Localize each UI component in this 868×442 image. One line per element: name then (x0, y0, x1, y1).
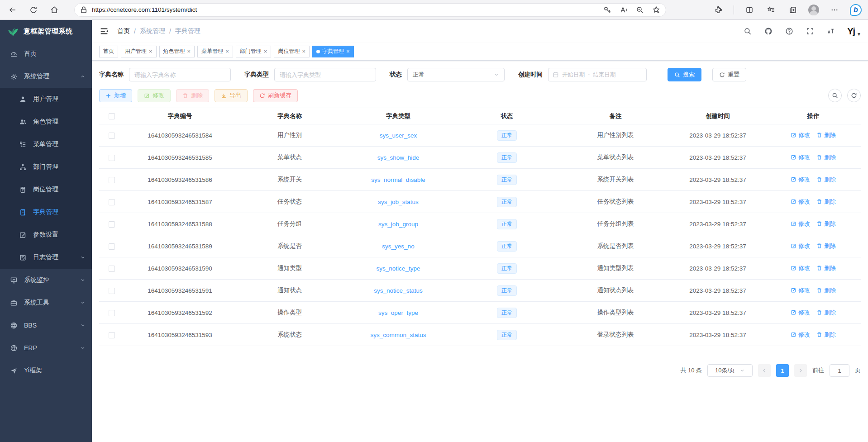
edit-link[interactable]: 修改 (791, 331, 810, 339)
edit-link[interactable]: 修改 (791, 264, 810, 272)
search-button[interactable]: 搜索 (668, 68, 701, 81)
dict-type-link[interactable]: sys_job_group (378, 221, 418, 228)
breadcrumb-home[interactable]: 首页 (117, 27, 130, 35)
page-size-select[interactable]: 10条/页 (707, 364, 753, 377)
dict-type-link[interactable]: sys_common_status (370, 332, 426, 338)
edit-button[interactable]: 修改 (138, 89, 171, 102)
dict-type-link[interactable]: sys_yes_no (382, 243, 414, 250)
row-checkbox[interactable] (109, 133, 115, 139)
sidebar-item-system-management[interactable]: 系统管理 (0, 65, 92, 88)
row-checkbox[interactable] (109, 266, 115, 272)
sidebar-item-erp[interactable]: ERP (0, 337, 92, 359)
tab-user[interactable]: 用户管理× (121, 46, 157, 57)
goto-page-input[interactable] (830, 364, 849, 377)
export-button[interactable]: 导出 (215, 89, 248, 102)
sidebar-item-dict-management[interactable]: 字典管理 (0, 201, 92, 223)
user-logo-avatar[interactable]: Yj▼ (847, 26, 861, 37)
select-all-checkbox[interactable] (109, 113, 115, 119)
address-bar[interactable]: https://ccnetcore.com:1101/system/dict (74, 3, 666, 17)
sidebar-item-log-management[interactable]: 日志管理 (0, 246, 92, 269)
edit-link[interactable]: 修改 (791, 286, 810, 295)
sidebar-item-system-monitor[interactable]: 系统监控 (0, 269, 92, 291)
dict-type-link[interactable]: sys_oper_type (378, 309, 418, 316)
url-text[interactable]: https://ccnetcore.com:1101/system/dict (92, 6, 599, 13)
delete-link[interactable]: 删除 (816, 153, 836, 162)
sidebar-item-yi-framework[interactable]: Yi框架 (0, 359, 92, 382)
github-icon[interactable] (764, 27, 773, 36)
favorites-icon[interactable] (765, 4, 777, 16)
edit-link[interactable]: 修改 (791, 309, 810, 317)
row-checkbox[interactable] (109, 243, 115, 250)
dict-type-link[interactable]: sys_job_status (378, 199, 418, 205)
delete-link[interactable]: 删除 (816, 242, 836, 250)
browser-menu-icon[interactable] (828, 4, 841, 16)
edit-link[interactable]: 修改 (791, 176, 810, 184)
extensions-icon[interactable] (712, 4, 725, 16)
refresh-table-button[interactable] (847, 89, 861, 102)
row-checkbox[interactable] (109, 332, 115, 338)
next-page-button[interactable] (794, 364, 807, 377)
read-aloud-icon[interactable] (619, 4, 629, 16)
dict-type-link[interactable]: sys_notice_status (374, 287, 422, 294)
bing-chat-icon[interactable]: b (850, 4, 862, 16)
collections-icon[interactable] (787, 4, 799, 16)
close-icon[interactable]: × (149, 48, 153, 54)
fullscreen-icon[interactable] (806, 27, 815, 36)
dict-type-link[interactable]: sys_user_sex (380, 132, 417, 139)
header-search-icon[interactable] (743, 27, 752, 36)
date-range-picker[interactable]: 开始日期 - 结束日期 (548, 68, 647, 81)
edit-link[interactable]: 修改 (791, 153, 810, 162)
row-checkbox[interactable] (109, 221, 115, 228)
add-favorite-icon[interactable] (651, 4, 661, 16)
delete-link[interactable]: 删除 (816, 220, 836, 228)
edit-link[interactable]: 修改 (791, 220, 810, 228)
dict-type-link[interactable]: sys_show_hide (377, 154, 419, 161)
sidebar-item-dept-management[interactable]: 部门管理 (0, 156, 92, 178)
help-icon[interactable] (785, 27, 794, 36)
delete-link[interactable]: 删除 (816, 309, 836, 317)
sidebar-item-user-management[interactable]: 用户管理 (0, 88, 92, 110)
close-icon[interactable]: × (187, 48, 191, 54)
edit-link[interactable]: 修改 (791, 131, 810, 139)
sidebar-item-param-settings[interactable]: 参数设置 (0, 223, 92, 246)
browser-profile-avatar[interactable] (808, 5, 819, 15)
sidebar-item-home[interactable]: 首页 (0, 43, 92, 65)
row-checkbox[interactable] (109, 177, 115, 183)
toggle-search-button[interactable] (828, 89, 842, 102)
lock-icon[interactable] (79, 4, 88, 16)
sidebar-item-bbs[interactable]: BBS (0, 314, 92, 337)
delete-link[interactable]: 删除 (816, 264, 836, 272)
add-button[interactable]: 新增 (99, 89, 132, 102)
close-icon[interactable]: × (302, 48, 305, 54)
tab-role[interactable]: 角色管理× (159, 46, 195, 57)
password-key-icon[interactable] (602, 4, 612, 16)
dict-type-input[interactable] (274, 68, 376, 81)
delete-link[interactable]: 删除 (816, 198, 836, 206)
tab-dict[interactable]: 字典管理× (312, 46, 354, 57)
delete-link[interactable]: 删除 (816, 286, 836, 295)
close-icon[interactable]: × (225, 48, 229, 54)
close-icon[interactable]: × (264, 48, 267, 54)
tab-home[interactable]: 首页 (99, 46, 118, 57)
status-select[interactable]: 正常 (407, 68, 505, 81)
delete-link[interactable]: 删除 (816, 176, 836, 184)
refresh-cache-button[interactable]: 刷新缓存 (253, 89, 298, 102)
sidebar-item-menu-management[interactable]: 菜单管理 (0, 133, 92, 156)
row-checkbox[interactable] (109, 199, 115, 205)
sidebar-item-post-management[interactable]: 岗位管理 (0, 178, 92, 201)
text-size-icon[interactable] (826, 27, 835, 36)
sidebar-item-system-tools[interactable]: 系统工具 (0, 291, 92, 314)
delete-link[interactable]: 删除 (816, 131, 836, 139)
tab-dept[interactable]: 部门管理× (236, 46, 272, 57)
delete-link[interactable]: 删除 (816, 331, 836, 339)
collapse-sidebar-icon[interactable] (99, 26, 109, 36)
dict-name-input[interactable] (129, 68, 231, 81)
tab-menu[interactable]: 菜单管理× (197, 46, 233, 57)
sidebar-item-role-management[interactable]: 角色管理 (0, 110, 92, 133)
reset-button[interactable]: 重置 (712, 68, 746, 81)
split-screen-icon[interactable] (743, 4, 756, 16)
edit-link[interactable]: 修改 (791, 242, 810, 250)
app-brand[interactable]: 意框架管理系统 (0, 20, 92, 43)
browser-refresh-icon[interactable] (27, 4, 40, 16)
row-checkbox[interactable] (109, 155, 115, 161)
